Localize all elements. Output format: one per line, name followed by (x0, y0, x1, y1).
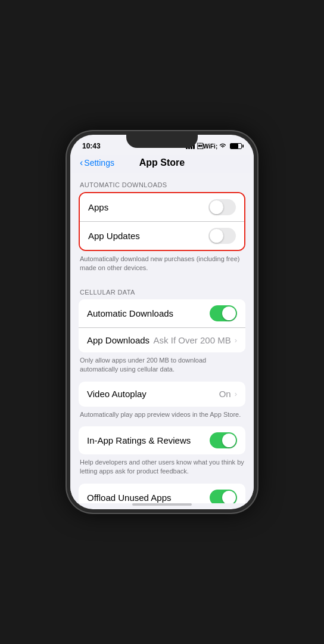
ratings-thumb (222, 434, 236, 447)
app-updates-row[interactable]: App Updates (80, 221, 244, 250)
app-downloads-footer: Only allow apps under 200 MB to download… (70, 352, 254, 382)
cellular-auto-downloads-toggle[interactable] (210, 305, 237, 321)
app-downloads-label: App Downloads (87, 335, 149, 345)
automatic-downloads-card: Apps App Updates (79, 192, 245, 251)
cellular-data-header: CELLULAR DATA (70, 280, 254, 299)
cellular-auto-downloads-row[interactable]: Automatic Downloads (79, 299, 245, 327)
app-downloads-chevron-icon: › (235, 336, 237, 345)
apps-toggle[interactable] (208, 199, 236, 215)
back-label: Settings (84, 158, 114, 168)
back-button[interactable]: ‹ Settings (80, 157, 114, 168)
status-time: 10:43 (82, 142, 101, 150)
app-updates-toggle[interactable] (208, 228, 236, 244)
offload-thumb (222, 491, 236, 503)
app-updates-label: App Updates (88, 231, 140, 241)
video-autoplay-label: Video Autoplay (87, 389, 147, 399)
app-downloads-row[interactable]: App Downloads Ask If Over 200 MB › (79, 327, 245, 352)
cellular-auto-downloads-thumb (222, 306, 236, 320)
notch (126, 135, 198, 148)
app-downloads-value-text: Ask If Over 200 MB (154, 335, 231, 345)
automatic-downloads-footer: Automatically download new purchases (in… (70, 251, 254, 280)
video-autoplay-chevron-icon: › (235, 389, 237, 398)
home-indicator (132, 503, 192, 506)
back-arrow-icon: ‹ (80, 157, 83, 168)
offload-label: Offload Unused Apps (87, 493, 172, 503)
ratings-label: In-App Ratings & Reviews (87, 435, 191, 445)
ratings-card: In-App Ratings & Reviews (79, 426, 245, 454)
ratings-toggle[interactable] (210, 432, 237, 448)
video-autoplay-card: Video Autoplay On › (79, 382, 245, 407)
cellular-auto-downloads-label: Automatic Downloads (87, 308, 173, 318)
offload-card: Offload Unused Apps (79, 484, 245, 503)
apps-toggle-thumb (210, 200, 223, 214)
video-autoplay-row[interactable]: Video Autoplay On › (79, 382, 245, 407)
page-title: App Store (139, 157, 185, 168)
phone-screen: 10:43 WiFi; ‹ Se (70, 135, 254, 509)
apps-row[interactable]: Apps (80, 193, 244, 221)
app-updates-toggle-thumb (210, 229, 223, 243)
automatic-downloads-header: AUTOMATIC DOWNLOADS (70, 173, 254, 192)
cellular-data-card: Automatic Downloads App Downloads Ask If… (79, 299, 245, 352)
video-autoplay-value: On › (219, 389, 237, 399)
apps-label: Apps (88, 202, 108, 212)
app-downloads-value: Ask If Over 200 MB › (154, 335, 237, 345)
settings-content: AUTOMATIC DOWNLOADS Apps App Updates Aut… (70, 173, 254, 503)
video-autoplay-footer: Automatically play app preview videos in… (70, 407, 254, 426)
navigation-bar: ‹ Settings App Store (70, 155, 254, 173)
ratings-row[interactable]: In-App Ratings & Reviews (79, 426, 245, 454)
video-autoplay-value-text: On (219, 389, 231, 399)
wifi-icon: WiFi; (197, 143, 226, 150)
ratings-footer: Help developers and other users know wha… (70, 454, 254, 484)
phone-frame: 10:43 WiFi; ‹ Se (67, 131, 257, 513)
battery-icon (230, 143, 242, 149)
offload-row[interactable]: Offload Unused Apps (79, 484, 245, 503)
offload-toggle[interactable] (210, 490, 237, 503)
